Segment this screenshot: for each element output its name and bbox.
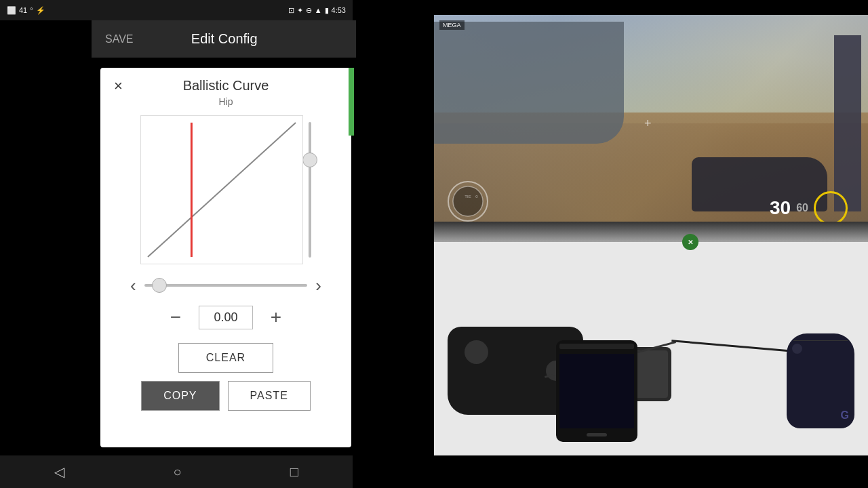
mouse-scroll (792, 344, 802, 354)
screen-icon: ⬜ (7, 6, 16, 15)
cast-icon: ⊡ (288, 6, 294, 15)
nav-bar: ◁ ○ □ (0, 455, 353, 488)
value-display: 0.00 (199, 306, 253, 329)
status-bar: ⬜ 41° ⚡ ⊡ ✦ ⊖ ▲ ▮ 4:53 (0, 0, 353, 20)
scope-circle (814, 191, 848, 225)
save-button[interactable]: SAVE (105, 33, 134, 45)
svg-point-2 (453, 186, 483, 216)
ammo-count: 30 (770, 197, 791, 219)
battery-level: 41 (19, 6, 27, 14)
dialog-header: × Ballistic Curve (114, 78, 338, 94)
recents-button[interactable]: □ (290, 464, 298, 480)
minus-icon: ⊖ (306, 6, 312, 15)
home-button[interactable]: ○ (173, 464, 181, 480)
time-display: 4:53 (332, 6, 346, 14)
right-arrow-button[interactable]: › (313, 277, 324, 294)
green-accent-bar (349, 68, 354, 136)
phone-device (556, 340, 637, 442)
tower-structure (834, 35, 861, 211)
dialog-subtitle: Hip (218, 96, 233, 107)
left-stick (465, 340, 488, 364)
ammo-slash: 60 (796, 202, 808, 214)
usb-icon: ⚡ (36, 6, 45, 15)
game-screenshot: MEGA TIE 0 30 60 + (434, 15, 868, 232)
close-button[interactable]: × (114, 79, 123, 94)
back-button[interactable]: ◁ (54, 464, 64, 480)
vertical-slider[interactable] (309, 122, 311, 258)
battery-icon: ▮ (325, 6, 329, 15)
svg-text:TIE: TIE (465, 195, 471, 199)
mouse: G (787, 333, 854, 428)
mega-badge: MEGA (439, 20, 465, 30)
xbox-icon: ✕ (688, 239, 693, 246)
bluetooth-icon: ✦ (297, 6, 303, 15)
minimap: TIE 0 (448, 181, 488, 222)
status-right: ⊡ ✦ ⊖ ▲ ▮ 4:53 (288, 6, 346, 15)
ballistic-chart (140, 115, 303, 264)
horizontal-slider[interactable] (144, 284, 308, 287)
left-arrow-button[interactable]: ‹ (127, 277, 139, 294)
ballistic-curve-dialog: × Ballistic Curve Hip ‹ › − 0.00 + CLEAR (100, 68, 351, 447)
ammo-hud: 30 60 (770, 191, 848, 225)
status-left: ⬜ 41° ⚡ (7, 6, 45, 15)
phone-camera (559, 344, 634, 349)
increment-button[interactable]: + (264, 305, 288, 329)
copy-button[interactable]: COPY (141, 381, 219, 411)
logitech-g: G (841, 409, 849, 422)
xbox-logo: ✕ (682, 234, 698, 250)
page-title: Edit Config (191, 31, 258, 47)
wifi-icon: ▲ (315, 6, 322, 14)
controller-photo: ✕ G (434, 222, 868, 455)
svg-line-0 (148, 123, 296, 257)
copy-paste-row: COPY PASTE (141, 381, 311, 411)
paste-button[interactable]: PASTE (228, 381, 311, 411)
clear-button[interactable]: CLEAR (178, 343, 273, 373)
home-button (587, 433, 607, 436)
horizontal-slider-row: ‹ › (127, 277, 324, 294)
value-row: − 0.00 + (163, 305, 288, 329)
decrement-button[interactable]: − (163, 305, 188, 329)
app-header: SAVE Edit Config (92, 20, 356, 58)
rock-structure (434, 22, 624, 144)
crosshair: + (644, 117, 658, 130)
dialog-title: Ballistic Curve (183, 78, 269, 94)
mouse-divider (793, 340, 848, 341)
phone-screen (559, 354, 634, 428)
